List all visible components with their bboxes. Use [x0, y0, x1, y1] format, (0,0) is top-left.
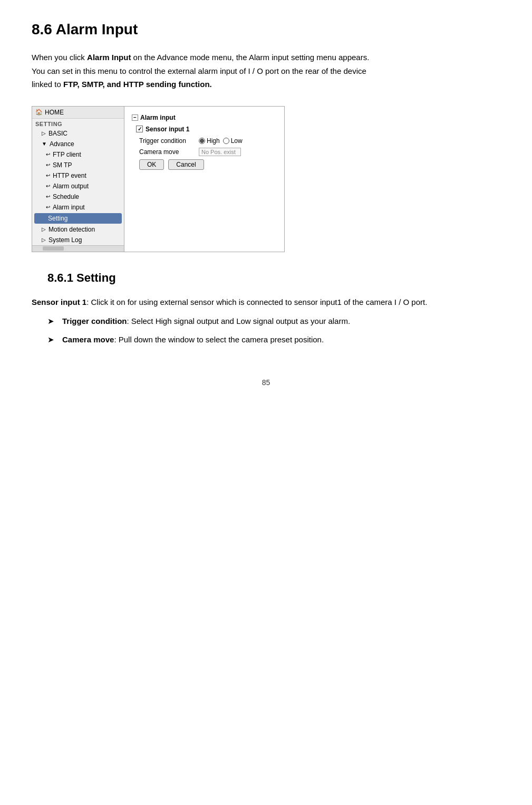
form-section-header: − Alarm input: [132, 114, 277, 121]
ui-sidebar: 🏠 HOME SETTING ▷ BASIC ▼ Advance ↩ FTP c…: [32, 107, 124, 252]
scroll-thumb: [43, 246, 64, 251]
sidebar-alarm-input-label: Alarm input: [53, 204, 85, 211]
sidebar-alarm-output-label: Alarm output: [53, 183, 89, 190]
page-title: 8.6 Alarm Input: [32, 21, 500, 38]
ok-button[interactable]: OK: [139, 159, 164, 170]
bullet-arrow-2: ➤: [47, 333, 57, 347]
sidebar-item-alarm-output[interactable]: ↩ Alarm output: [32, 181, 124, 191]
radio-low[interactable]: Low: [223, 137, 243, 145]
intro-line3-pre: linked to: [32, 80, 63, 89]
ftp-icon: ↩: [46, 151, 50, 157]
page-number: 85: [32, 378, 500, 387]
sidebar-smtp-label: SM TP: [53, 161, 72, 169]
sidebar-item-syslog[interactable]: ▷ System Log: [32, 235, 124, 245]
sensor-description: Sensor input 1: Click it on for using ex…: [32, 295, 500, 309]
sidebar-motion-label: Motion detection: [49, 226, 95, 233]
collapse-icon[interactable]: −: [132, 114, 138, 121]
trigger-text: : Select High signal output and Low sign…: [127, 317, 351, 325]
camera-move-bold: Camera move: [62, 335, 114, 344]
home-icon: 🏠: [35, 109, 43, 116]
sidebar-item-advance[interactable]: ▼ Advance: [32, 139, 124, 149]
sensor-label: Sensor input 1: [146, 126, 189, 133]
sidebar-item-basic[interactable]: ▷ BASIC: [32, 128, 124, 139]
advance-arrow: ▼: [42, 141, 47, 147]
trigger-radio-group: High Low: [199, 137, 243, 145]
sidebar-basic-label: BASIC: [49, 130, 67, 137]
bullet-trigger: ➤ Trigger condition: Select High signal …: [47, 314, 500, 328]
sidebar-item-alarm-input[interactable]: ↩ Alarm input: [32, 202, 124, 213]
bullet-trigger-text: Trigger condition: Select High signal ou…: [62, 314, 350, 328]
sidebar-ftp-label: FTP client: [53, 151, 81, 158]
sidebar-item-setting[interactable]: Setting: [34, 213, 122, 224]
sidebar-item-ftp[interactable]: ↩ FTP client: [32, 149, 124, 160]
sensor-input-text: : Click it on for using external sensor …: [86, 298, 427, 306]
sidebar-setting-section: SETTING: [32, 119, 124, 128]
sidebar-item-smtp[interactable]: ↩ SM TP: [32, 160, 124, 170]
sensor-checkbox[interactable]: ✓: [136, 126, 143, 132]
alarm-input-form: − Alarm input ✓ Sensor input 1 Trigger c…: [132, 114, 277, 170]
sidebar-setting-label: Setting: [48, 215, 67, 222]
ui-main-content: − Alarm input ✓ Sensor input 1 Trigger c…: [124, 107, 284, 252]
cancel-button[interactable]: Cancel: [168, 159, 204, 170]
motion-icon: ▷: [42, 226, 46, 232]
camera-move-row: Camera move No Pos. exist: [139, 148, 277, 156]
form-section-title-text: Alarm input: [140, 114, 176, 121]
sidebar-advance-label: Advance: [50, 140, 74, 148]
sidebar-syslog-label: System Log: [49, 236, 82, 244]
radio-high-icon: [199, 138, 205, 144]
camera-move-label: Camera move: [139, 148, 195, 156]
camera-move-text: : Pull down the window to select the cam…: [114, 335, 324, 344]
intro-line1-post: on the Advance mode menu, the Alarm inpu…: [131, 53, 369, 62]
intro-text: When you click Alarm Input on the Advanc…: [32, 51, 500, 91]
bullet-arrow-1: ➤: [47, 314, 57, 328]
bullet-camera-move: ➤ Camera move: Pull down the window to s…: [47, 333, 500, 347]
form-buttons: OK Cancel: [139, 159, 277, 170]
radio-low-label: Low: [231, 137, 243, 145]
radio-high[interactable]: High: [199, 137, 220, 145]
alarm-output-icon: ↩: [46, 183, 50, 189]
bullet-list: ➤ Trigger condition: Select High signal …: [32, 314, 500, 347]
sidebar-schedule-label: Schedule: [53, 193, 79, 200]
sidebar-item-http[interactable]: ↩ HTTP event: [32, 170, 124, 181]
radio-high-label: High: [207, 137, 220, 145]
sidebar-item-motion[interactable]: ▷ Motion detection: [32, 224, 124, 235]
radio-low-icon: [223, 138, 229, 144]
http-icon: ↩: [46, 172, 50, 178]
sub-section-title: 8.6.1 Setting: [47, 271, 500, 285]
sidebar-home-label: HOME: [45, 109, 64, 116]
sensor-input-row: ✓ Sensor input 1: [136, 126, 277, 133]
schedule-icon: ↩: [46, 194, 50, 199]
trigger-condition-row: Trigger condition High Low: [139, 137, 277, 145]
screenshot-ui: 🏠 HOME SETTING ▷ BASIC ▼ Advance ↩ FTP c…: [32, 106, 285, 252]
smtp-icon: ↩: [46, 162, 50, 168]
sidebar-item-schedule[interactable]: ↩ Schedule: [32, 191, 124, 202]
sensor-input-bold: Sensor input 1: [32, 298, 86, 306]
camera-move-dropdown[interactable]: No Pos. exist: [199, 148, 241, 156]
alarm-input-icon: ↩: [46, 204, 50, 210]
sidebar-scrollbar[interactable]: [32, 245, 124, 252]
intro-alarm-input-bold: Alarm Input: [87, 53, 131, 62]
trigger-label: Trigger condition: [139, 137, 195, 145]
bullet-camera-text: Camera move: Pull down the window to sel…: [62, 333, 324, 347]
intro-line3-bold: FTP, SMTP, and HTTP sending function.: [63, 80, 212, 89]
sidebar-http-label: HTTP event: [53, 172, 86, 179]
syslog-icon: ▷: [42, 237, 46, 243]
trigger-bold: Trigger condition: [62, 317, 127, 325]
basic-arrow: ▷: [42, 130, 46, 136]
intro-line1-pre: When you click: [32, 53, 87, 62]
section-body: Sensor input 1: Click it on for using ex…: [32, 295, 500, 347]
intro-line2: You can set in this menu to control the …: [32, 66, 366, 75]
sidebar-home-row: 🏠 HOME: [32, 107, 124, 119]
